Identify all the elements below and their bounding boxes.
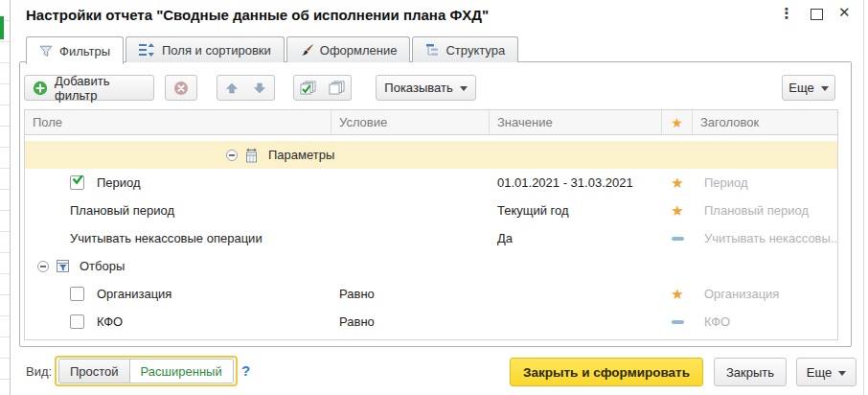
uncheck-all-icon	[329, 81, 345, 96]
marker-cell[interactable]: ★	[662, 287, 693, 301]
condition-cell: Равно	[331, 287, 490, 301]
window-right-border	[863, 0, 864, 395]
table-row-plan-period[interactable]: Плановый периодТекущий год★Плановый пери…	[25, 197, 837, 224]
condition-cell: Равно	[331, 314, 490, 329]
arrow-up-icon	[225, 81, 239, 95]
title-cell: Период	[693, 175, 837, 190]
report-settings-dialog: { "window": { "title": "Настройки отчета…	[0, 0, 868, 395]
chevron-down-icon	[460, 86, 468, 91]
row-checkbox[interactable]	[70, 175, 84, 190]
group-label: Отборы	[80, 259, 125, 273]
table-row-kfo[interactable]: КФОРавноКФО	[25, 308, 837, 336]
close-icon[interactable]: ✕	[838, 3, 851, 22]
value-cell: Да	[490, 231, 662, 245]
field-label: Учитывать некассовые операции	[70, 231, 263, 245]
row-checkbox[interactable]	[70, 314, 84, 329]
show-label: Показывать	[384, 81, 452, 95]
collapse-toggle-icon[interactable]	[37, 261, 49, 272]
tab-appearance[interactable]: Оформление	[286, 36, 411, 62]
tab-label: Фильтры	[59, 44, 110, 58]
parameters-icon	[244, 148, 259, 163]
check-all-button[interactable]	[293, 75, 323, 101]
add-icon	[33, 81, 48, 96]
field-label: Период	[97, 175, 141, 190]
marker-cell[interactable]: ★	[662, 175, 693, 190]
field-cell: Учитывать некассовые операции	[25, 231, 331, 245]
marker-cell[interactable]	[662, 237, 693, 241]
view-mode-group: Простой Расширенный	[58, 359, 234, 383]
selections-icon	[56, 259, 70, 273]
move-up-button[interactable]	[217, 75, 246, 101]
star-icon: ★	[671, 116, 683, 129]
group-row-parameters[interactable]: Параметры	[25, 141, 837, 169]
column-header-condition[interactable]: Условие	[331, 110, 490, 134]
filters-table: Поле Условие Значение ★ Заголовок Параме…	[24, 109, 838, 340]
add-filter-button[interactable]: Добавить фильтр	[24, 75, 154, 101]
field-cell: Период	[25, 175, 331, 190]
field-cell: Организация	[25, 287, 331, 301]
close-label: Закрыть	[726, 365, 774, 380]
field-label: КФО	[97, 314, 123, 329]
uncheck-all-button[interactable]	[322, 75, 352, 101]
row-checkbox[interactable]	[70, 287, 84, 301]
help-icon[interactable]: ?	[241, 362, 250, 379]
move-down-button[interactable]	[245, 75, 275, 101]
arrow-down-icon	[253, 81, 266, 95]
tab-label: Поля и сортировки	[162, 43, 271, 58]
dash-icon	[672, 320, 684, 324]
check-all-icon	[300, 81, 316, 96]
value-cell: Текущий год	[490, 203, 662, 218]
marker-cell[interactable]: ★	[662, 203, 693, 218]
title-cell: Организация	[693, 287, 837, 301]
title-cell: Учитывать некассовы...	[693, 231, 837, 245]
table-row-period[interactable]: Период01.01.2021 - 31.03.2021★Период	[25, 169, 837, 197]
group-row-selections[interactable]: Отборы	[25, 252, 837, 280]
fields-sort-icon	[139, 43, 155, 57]
column-header-title[interactable]: Заголовок	[693, 110, 837, 134]
mode-simple-button[interactable]: Простой	[59, 360, 130, 383]
close-and-generate-label: Закрыть и сформировать	[523, 365, 690, 380]
delete-filter-button[interactable]	[165, 75, 197, 101]
table-row-organization[interactable]: ОрганизацияРавно★Организация	[25, 280, 837, 308]
appearance-icon	[300, 43, 313, 57]
collapse-toggle-icon[interactable]	[226, 150, 238, 161]
title-cell: Плановый период	[693, 203, 837, 218]
show-dropdown-button[interactable]: Показывать	[376, 75, 476, 101]
close-button[interactable]: Закрыть	[714, 358, 787, 386]
chevron-down-icon	[838, 371, 846, 376]
star-icon: ★	[671, 175, 683, 190]
tab-fields-and-sorts[interactable]: Поля и сортировки	[126, 36, 285, 62]
field-label: Плановый период	[70, 203, 174, 218]
maximize-icon[interactable]	[811, 9, 823, 20]
column-header-star[interactable]: ★	[662, 110, 693, 134]
table-row-non-cash[interactable]: Учитывать некассовые операцииДаУчитывать…	[25, 224, 837, 252]
value-cell: 01.01.2021 - 31.03.2021	[490, 175, 662, 190]
footer-more-label: Еще	[807, 365, 832, 380]
add-filter-label: Добавить фильтр	[55, 74, 146, 103]
toolbar-more-button[interactable]: Еще	[782, 75, 835, 101]
marker-cell[interactable]	[662, 320, 693, 324]
star-icon: ★	[671, 287, 683, 301]
dash-icon	[672, 237, 684, 241]
view-mode-toggle: Простой Расширенный	[55, 356, 238, 386]
page-title: Настройки отчета "Сводные данные об испо…	[26, 7, 489, 23]
chevron-down-icon	[821, 86, 829, 91]
title-cell: КФО	[693, 314, 837, 329]
table-header-row: Поле Условие Значение ★ Заголовок	[25, 110, 837, 135]
table-body: ПараметрыПериод01.01.2021 - 31.03.2021★П…	[25, 141, 837, 336]
field-cell: Плановый период	[25, 203, 331, 218]
tab-structure[interactable]: Структура	[412, 36, 518, 62]
tab-filters[interactable]: Фильтры	[26, 36, 124, 64]
tab-label: Структура	[445, 43, 505, 58]
group-label: Параметры	[268, 148, 334, 162]
delete-icon	[173, 81, 189, 96]
close-and-generate-button[interactable]: Закрыть и сформировать	[510, 358, 703, 386]
star-icon: ★	[671, 203, 683, 218]
toolbar-more-label: Еще	[788, 81, 813, 95]
column-header-field[interactable]: Поле	[25, 110, 331, 134]
footer-more-button[interactable]: Еще	[796, 358, 857, 386]
column-header-value[interactable]: Значение	[490, 110, 662, 134]
window-menu-icon[interactable]: ⋮	[778, 4, 795, 23]
mode-extended-button[interactable]: Расширенный	[130, 360, 233, 383]
field-cell: КФО	[25, 314, 331, 329]
